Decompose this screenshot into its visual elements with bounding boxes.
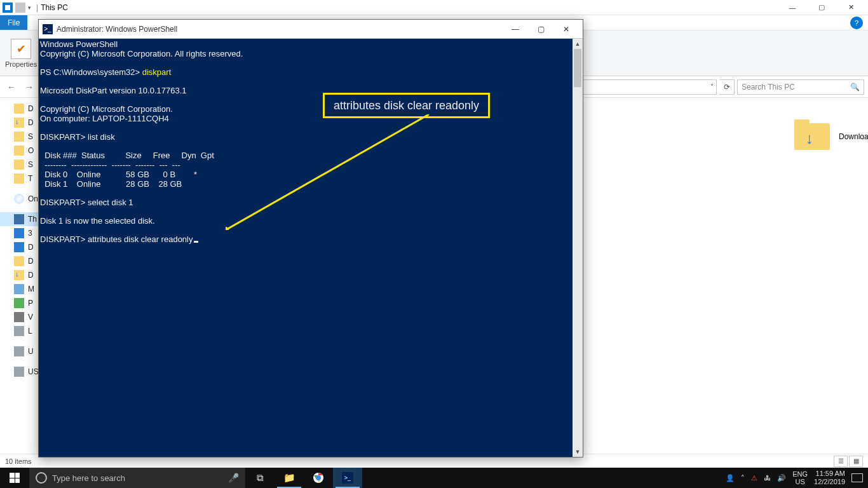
system-tray[interactable]: 👤 ˄ ⚠ 🖧 🔊 ENGUS 11:59 AM12/2/2019	[721, 470, 868, 486]
tab-file[interactable]: File	[0, 15, 27, 30]
cortana-icon	[36, 472, 47, 484]
ps-title: Administrator: Windows PowerShell	[57, 25, 177, 34]
ps-line: -------- ------------- ------- ------- -…	[40, 160, 180, 170]
item-count: 10 items	[5, 458, 32, 465]
ps-line: Copyright (C) Microsoft Corporation.	[40, 104, 173, 114]
ps-line: Microsoft DiskPart version 10.0.17763.1	[40, 86, 187, 95]
scroll-thumb[interactable]	[574, 49, 581, 87]
chrome-icon	[313, 472, 324, 484]
security-icon[interactable]: ⚠	[751, 474, 757, 482]
taskbar: Type here to search 🎤 ⧉ 📁 >_ 👤 ˄ ⚠ 🖧 🔊 E…	[0, 468, 868, 488]
ps-line: Disk ### Status Size Free Dyn Gpt	[40, 151, 214, 160]
ps-line: Disk 1 Online 28 GB 28 GB	[40, 179, 182, 189]
folder-label: Downloads	[839, 132, 868, 141]
address-dropdown-icon[interactable]: ˅	[710, 83, 714, 90]
powershell-icon: >_	[342, 472, 353, 484]
ps-line: DISKPART> list disk	[40, 132, 115, 142]
tray-chevron-up-icon[interactable]: ˄	[741, 474, 745, 482]
properties-button[interactable]: ✔ Properties	[5, 39, 37, 68]
ps-minimize-button[interactable]: —	[503, 20, 528, 39]
ps-command: diskpart	[142, 67, 172, 77]
search-icon: 🔍	[850, 83, 860, 92]
mic-icon[interactable]: 🎤	[228, 473, 239, 483]
cursor-icon	[194, 241, 198, 243]
windows-logo-icon	[10, 473, 20, 483]
folder-icon	[15, 3, 25, 13]
ps-line: DISKPART> select disk 1	[40, 198, 133, 207]
back-button[interactable]: ←	[4, 79, 19, 95]
ps-line: Disk 0 Online 58 GB 0 B *	[40, 170, 197, 179]
taskbar-explorer[interactable]: 📁	[275, 468, 304, 488]
ps-line: DISKPART> attributes disk clear readonly	[40, 234, 193, 244]
ps-titlebar[interactable]: >_ Administrator: Windows PowerShell — ▢…	[39, 20, 583, 39]
taskbar-search[interactable]: Type here to search 🎤	[29, 468, 245, 488]
ps-line: Disk 1 is now the selected disk.	[40, 216, 155, 226]
ps-console[interactable]: Windows PowerShell Copyright (C) Microso…	[39, 39, 573, 457]
network-icon[interactable]: 🖧	[764, 474, 771, 482]
ps-line: On computer: LAPTOP-1111CQH4	[40, 114, 169, 123]
clock[interactable]: 11:59 AM12/2/2019	[814, 470, 845, 486]
close-button[interactable]: ✕	[836, 0, 865, 15]
ps-line: Copyright (C) Microsoft Corporation. All…	[40, 49, 243, 58]
icons-view-button[interactable]: ▦	[849, 456, 863, 467]
taskbar-powershell[interactable]: >_	[333, 468, 362, 488]
taskbar-search-placeholder: Type here to search	[52, 473, 125, 483]
start-button[interactable]	[0, 468, 29, 488]
powershell-icon: >_	[43, 24, 53, 34]
taskbar-chrome[interactable]	[304, 468, 333, 488]
ps-close-button[interactable]: ✕	[553, 20, 579, 39]
language-indicator[interactable]: ENGUS	[792, 470, 808, 485]
people-icon[interactable]: 👤	[726, 474, 735, 482]
help-icon[interactable]: ?	[850, 17, 863, 29]
powershell-window: >_ Administrator: Windows PowerShell — ▢…	[38, 19, 583, 458]
scroll-down-icon[interactable]: ▼	[573, 447, 583, 457]
minimize-button[interactable]: —	[778, 0, 807, 15]
ps-maximize-button[interactable]: ▢	[528, 20, 553, 39]
downloads-folder[interactable]: ↓ Downloads	[794, 123, 830, 150]
ps-line: Windows PowerShell	[40, 39, 118, 49]
titlebar-dropdown-icon[interactable]: ▾	[28, 4, 31, 11]
folder-icon: ↓	[794, 123, 830, 150]
maximize-button[interactable]: ▢	[807, 0, 836, 15]
search-box[interactable]: Search This PC 🔍	[737, 79, 864, 95]
properties-icon: ✔	[11, 39, 31, 59]
forward-button[interactable]: →	[22, 79, 37, 95]
titlebar-separator: |	[36, 3, 38, 12]
ps-scrollbar[interactable]: ▲ ▼	[573, 39, 583, 457]
quick-access-icon	[3, 3, 13, 13]
svg-point-3	[316, 475, 321, 480]
window-title: This PC	[41, 3, 68, 12]
scroll-up-icon[interactable]: ▲	[573, 39, 583, 49]
details-view-button[interactable]: ☰	[834, 456, 848, 467]
ps-prompt: PS C:\Windows\system32>	[40, 67, 142, 77]
search-placeholder: Search This PC	[742, 83, 795, 92]
refresh-button[interactable]: ⟳	[719, 79, 735, 95]
action-center-icon[interactable]	[851, 473, 863, 482]
properties-label: Properties	[5, 60, 37, 68]
volume-icon[interactable]: 🔊	[777, 474, 786, 482]
explorer-titlebar[interactable]: ▾ | This PC — ▢ ✕	[0, 0, 868, 15]
task-view-button[interactable]: ⧉	[245, 468, 275, 488]
